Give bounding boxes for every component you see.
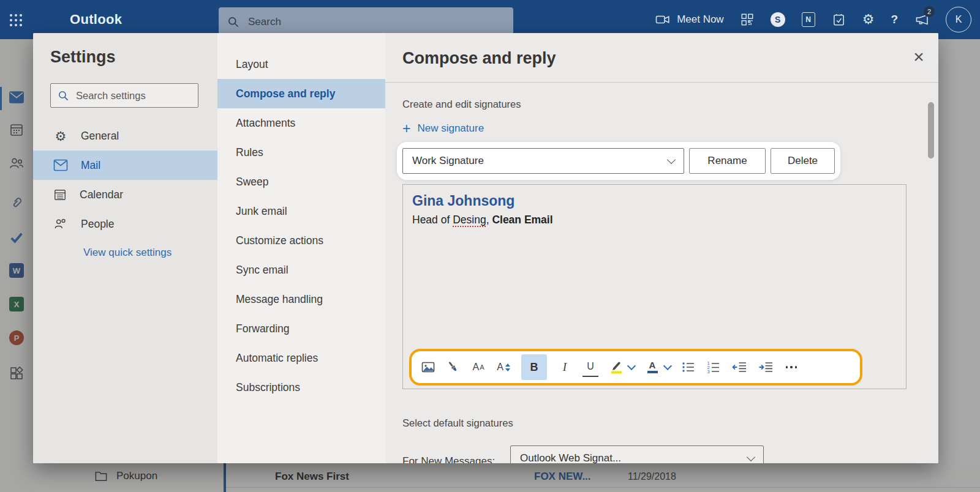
nav-item-rules[interactable]: Rules bbox=[217, 138, 385, 167]
settings-category-mail[interactable]: Mail bbox=[33, 151, 217, 180]
chevron-down-icon bbox=[667, 155, 676, 163]
highlight-dropdown-chevron-icon[interactable] bbox=[627, 362, 636, 370]
signature-name-text: Gina Johnsong bbox=[412, 193, 906, 209]
signature-role-text: Head of Desing, Clean Email bbox=[412, 214, 906, 226]
chevron-down-icon bbox=[747, 452, 755, 461]
default-signature-dropdown[interactable]: Outlook Web Signat... bbox=[510, 445, 764, 463]
skype-icon[interactable]: S bbox=[771, 12, 785, 27]
nav-item-message-handling[interactable]: Message handling bbox=[217, 285, 385, 314]
nav-item-forwarding[interactable]: Forwarding bbox=[217, 314, 385, 343]
signatures-section-label: Create and edit signatures bbox=[402, 99, 521, 110]
signature-name-dropdown[interactable]: Work Signature bbox=[402, 148, 684, 174]
settings-category-general[interactable]: ⚙ General bbox=[33, 121, 217, 151]
font-color-button[interactable]: A bbox=[645, 359, 660, 376]
video-camera-icon bbox=[655, 12, 671, 27]
search-icon bbox=[58, 90, 69, 102]
app-launcher-icon[interactable] bbox=[10, 14, 22, 26]
panel-title: Compose and reply bbox=[402, 49, 556, 68]
underline-button[interactable]: U bbox=[582, 358, 598, 377]
numbered-list-button[interactable]: 1 2 3 bbox=[706, 359, 721, 376]
compose-and-reply-panel: Compose and reply × Create and edit sign… bbox=[385, 33, 938, 463]
settings-category-calendar[interactable]: Calendar bbox=[33, 180, 217, 209]
nav-item-compose-and-reply[interactable]: Compose and reply bbox=[217, 79, 385, 108]
nav-item-junk-email[interactable]: Junk email bbox=[217, 196, 385, 226]
qr-code-icon[interactable] bbox=[741, 13, 754, 26]
nav-item-customize-actions[interactable]: Customize actions bbox=[217, 226, 385, 255]
font-name-icon[interactable]: AA bbox=[471, 359, 486, 376]
settings-category-people[interactable]: People bbox=[33, 209, 217, 239]
todo-tasks-icon[interactable] bbox=[832, 13, 846, 27]
font-size-icon[interactable]: A bbox=[496, 359, 511, 376]
view-quick-settings-link[interactable]: View quick settings bbox=[83, 247, 172, 259]
format-painter-icon[interactable] bbox=[446, 359, 461, 376]
envelope-icon bbox=[53, 159, 68, 171]
bold-button[interactable]: B bbox=[521, 354, 547, 380]
delete-button[interactable]: Delete bbox=[771, 148, 835, 174]
nav-item-automatic-replies[interactable]: Automatic replies bbox=[217, 343, 385, 373]
help-icon[interactable]: ? bbox=[891, 13, 898, 26]
account-avatar[interactable]: K bbox=[946, 7, 971, 32]
header-divider bbox=[385, 82, 938, 83]
settings-search-box[interactable] bbox=[50, 83, 198, 108]
panel-scrollbar[interactable] bbox=[928, 102, 934, 158]
nav-item-attachments[interactable]: Attachments bbox=[217, 108, 385, 138]
settings-gear-icon[interactable]: ⚙ bbox=[862, 13, 875, 26]
svg-text:3: 3 bbox=[707, 369, 710, 375]
default-signature-row-label: For New Messages: bbox=[402, 455, 495, 463]
settings-search-input[interactable] bbox=[75, 89, 191, 102]
meet-now-label: Meet Now bbox=[677, 13, 724, 26]
search-input[interactable] bbox=[247, 15, 505, 29]
people-icon bbox=[53, 217, 68, 231]
italic-button[interactable]: I bbox=[557, 359, 572, 376]
whats-new-megaphone-icon[interactable]: 2 bbox=[914, 12, 929, 27]
formatting-toolbar: AA A B I U A bbox=[409, 349, 862, 386]
nav-item-sync-email[interactable]: Sync email bbox=[217, 255, 385, 285]
settings-title: Settings bbox=[50, 48, 116, 67]
mail-settings-nav: Layout Compose and reply Attachments Rul… bbox=[217, 33, 385, 463]
global-search-box[interactable] bbox=[219, 7, 513, 37]
calendar-icon bbox=[53, 188, 67, 201]
increase-indent-button[interactable] bbox=[758, 359, 774, 376]
decrease-indent-button[interactable] bbox=[731, 359, 747, 376]
gear-icon: ⚙ bbox=[53, 130, 68, 143]
search-icon bbox=[227, 16, 239, 28]
text-highlight-button[interactable] bbox=[609, 359, 624, 376]
more-formatting-button[interactable] bbox=[784, 359, 799, 376]
plus-icon: + bbox=[402, 122, 410, 135]
insert-image-icon[interactable] bbox=[421, 359, 435, 376]
defaults-section-label: Select default signatures bbox=[402, 417, 513, 429]
meet-now-button[interactable]: Meet Now bbox=[655, 12, 724, 27]
bulleted-list-button[interactable] bbox=[681, 359, 696, 376]
settings-dialog: Settings ⚙ General Mail bbox=[33, 33, 938, 463]
nav-item-subscriptions[interactable]: Subscriptions bbox=[217, 373, 385, 402]
close-icon[interactable]: × bbox=[909, 48, 929, 67]
rename-button[interactable]: Rename bbox=[689, 148, 766, 174]
settings-sidebar: Settings ⚙ General Mail bbox=[33, 33, 217, 463]
new-signature-button[interactable]: + New signature bbox=[402, 122, 484, 135]
nav-item-layout[interactable]: Layout bbox=[217, 50, 385, 79]
nav-item-sweep[interactable]: Sweep bbox=[217, 167, 385, 196]
onenote-icon[interactable]: N bbox=[802, 12, 815, 27]
notification-badge: 2 bbox=[924, 6, 935, 17]
misspelled-word: Desing bbox=[453, 214, 486, 226]
font-color-dropdown-chevron-icon[interactable] bbox=[663, 362, 672, 370]
